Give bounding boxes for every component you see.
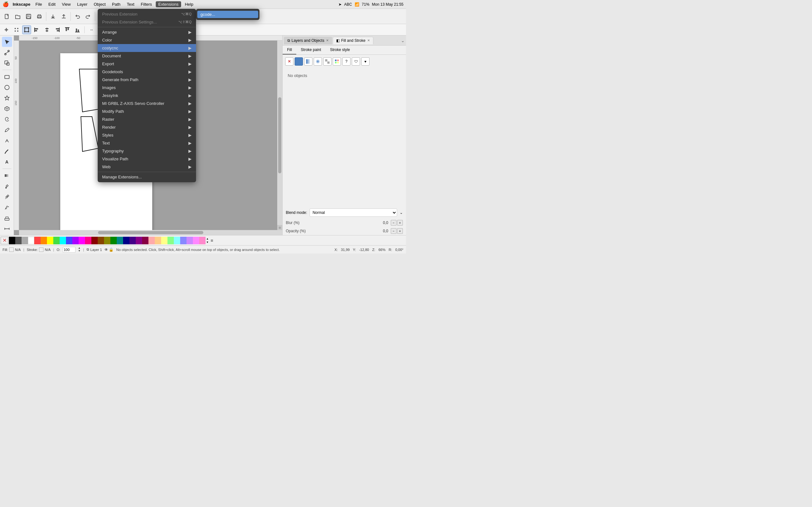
snap-bbox[interactable] (22, 25, 31, 34)
paint-server-btn2[interactable]: ♥ (361, 57, 369, 66)
star-tool-btn[interactable] (2, 93, 12, 103)
layers-tab-close[interactable]: ✕ (326, 39, 328, 42)
fill-color-swatch[interactable] (9, 247, 14, 252)
blend-mode-select[interactable]: Normal Multiply Screen Overlay Darken Li… (310, 209, 397, 217)
save-button[interactable] (23, 11, 34, 21)
eyedropper-btn[interactable] (2, 192, 12, 202)
align-center-h[interactable] (43, 25, 51, 34)
menu-filters[interactable]: Filters (138, 1, 154, 7)
opacity-inc[interactable]: + (397, 228, 403, 234)
palette-dark-green[interactable] (110, 237, 117, 244)
palette-light-red[interactable] (148, 237, 155, 244)
palette-up[interactable]: ▲ (206, 237, 209, 240)
print-button[interactable] (34, 11, 44, 21)
palette-black[interactable] (9, 237, 15, 244)
menu-prev-ext-settings[interactable]: Previous Extension Settings... ⌥⇧⌘Q (98, 18, 196, 26)
no-paint-btn[interactable]: ✕ (285, 57, 293, 66)
pencil-tool-btn[interactable] (2, 125, 12, 135)
palette-brown[interactable] (98, 237, 104, 244)
flat-color-btn[interactable] (295, 57, 303, 66)
text-tool-btn[interactable]: A (2, 157, 12, 167)
menu-manage-extensions[interactable]: Manage Extensions... (98, 173, 196, 181)
panel-expand-btn[interactable]: ⌄ (401, 38, 405, 43)
palette-magenta[interactable] (79, 237, 85, 244)
palette-light-purple[interactable] (187, 237, 193, 244)
circle-tool-btn[interactable] (2, 82, 12, 93)
palette-yellow[interactable] (47, 237, 53, 244)
menu-typography[interactable]: Typography ▶ (98, 147, 196, 155)
flip-h[interactable]: ↔ (87, 25, 96, 34)
blur-dec[interactable]: − (391, 220, 397, 226)
stroke-color-swatch[interactable] (39, 247, 44, 252)
3d-box-tool-btn[interactable] (2, 104, 12, 114)
palette-peach[interactable] (155, 237, 161, 244)
menu-prev-ext[interactable]: Previous Extension ⌥⌘Q (98, 10, 196, 18)
palette-dark-pink[interactable] (142, 237, 148, 244)
palette-gray[interactable] (21, 237, 28, 244)
pattern-btn[interactable] (323, 57, 332, 66)
palette-nav[interactable]: ▲ ▼ (206, 237, 209, 244)
snap-nodes[interactable] (12, 25, 21, 34)
menu-text[interactable]: Text ▶ (98, 139, 196, 147)
v-scrollbar[interactable] (277, 41, 282, 230)
palette-down[interactable]: ▼ (206, 240, 209, 244)
redo-button[interactable] (83, 11, 93, 21)
radial-grad-btn[interactable] (314, 57, 322, 66)
align-right[interactable] (53, 25, 61, 34)
tab-fill-stroke[interactable]: ◧ Fill and Stroke ✕ (333, 37, 373, 44)
unknown-btn[interactable]: ? (342, 57, 351, 66)
export-button[interactable] (59, 11, 69, 21)
calligraphy-tool-btn[interactable] (2, 147, 12, 157)
menu-layer[interactable]: Layer (74, 1, 90, 7)
menu-text[interactable]: Text (124, 1, 137, 7)
menu-render[interactable]: Render ▶ (98, 123, 196, 131)
menu-object[interactable]: Object (91, 1, 108, 7)
menu-view[interactable]: View (59, 1, 73, 7)
paint-bucket-btn[interactable] (2, 181, 12, 191)
selector-tool-btn[interactable] (2, 37, 12, 47)
palette-red[interactable] (34, 237, 41, 244)
palette-dark-red[interactable] (91, 237, 98, 244)
align-left[interactable] (32, 25, 41, 34)
palette-navy[interactable] (123, 237, 130, 244)
palette-dark-purple[interactable] (136, 237, 142, 244)
palette-blue[interactable] (66, 237, 72, 244)
spray-btn[interactable] (2, 203, 12, 213)
menu-color[interactable]: Color ▶ (98, 36, 196, 44)
palette-olive[interactable] (104, 237, 110, 244)
palette-teal[interactable] (117, 237, 123, 244)
undo-button[interactable] (72, 11, 83, 21)
import-button[interactable] (48, 11, 58, 21)
palette-dark-gray[interactable] (15, 237, 21, 244)
v-scrollbar-thumb[interactable] (278, 97, 281, 173)
menu-mi-grbl[interactable]: MI GRBL Z-AXIS Servo Controller ▶ (98, 100, 196, 107)
menu-raster[interactable]: Raster ▶ (98, 115, 196, 123)
h-scrollbar-thumb[interactable] (98, 231, 203, 234)
lock-icon[interactable]: 🔒 (109, 247, 113, 252)
menu-web[interactable]: Web ▶ (98, 163, 196, 171)
fill-tab-close[interactable]: ✕ (367, 39, 370, 42)
menu-costycnc[interactable]: costycnc ▶ (98, 44, 196, 52)
gcode-submenu-item[interactable]: gcode... (197, 11, 258, 18)
opacity-dec-btn[interactable]: ▼ (78, 250, 81, 252)
paint-server-btn1[interactable]: 🛡 (352, 57, 360, 66)
palette-white[interactable] (28, 237, 34, 244)
stroke-paint-tab[interactable]: Stroke paint (296, 46, 325, 55)
open-button[interactable] (13, 11, 23, 21)
gradient-tool-btn[interactable] (2, 170, 12, 181)
menu-help[interactable]: Help (183, 1, 196, 7)
palette-orange[interactable] (41, 237, 47, 244)
menu-visualize-path[interactable]: Visualize Path ▶ (98, 155, 196, 163)
palette-light-yellow[interactable] (161, 237, 167, 244)
opacity-inc-btn[interactable]: ▲ (78, 247, 81, 249)
blur-inc[interactable]: + (397, 220, 403, 226)
palette-light-pink[interactable] (199, 237, 206, 244)
menu-jessyink[interactable]: JessyInk ▶ (98, 92, 196, 100)
opacity-dec[interactable]: − (391, 228, 397, 234)
menu-arrange[interactable]: Arrange ▶ (98, 28, 196, 36)
snap-global[interactable] (2, 25, 11, 34)
palette-light-cyan[interactable] (174, 237, 180, 244)
align-bottom[interactable] (73, 25, 82, 34)
menu-gcodetools[interactable]: Gcodetools ▶ (98, 68, 196, 76)
menu-edit[interactable]: Edit (46, 1, 58, 7)
